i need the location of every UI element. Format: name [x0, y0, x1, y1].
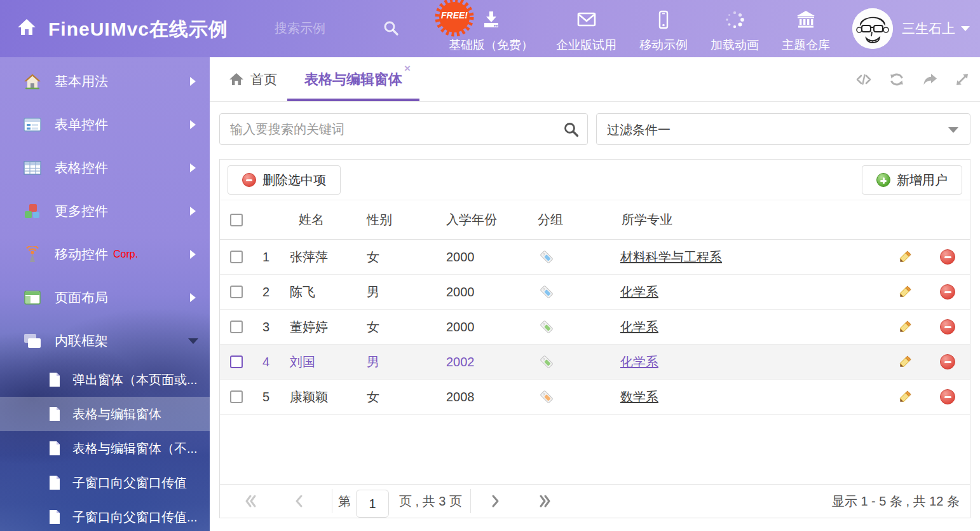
page-label-suffix: 页 , 共 3 页 [399, 485, 462, 518]
cell-gender: 男 [363, 284, 442, 301]
delete-icon[interactable] [940, 319, 955, 334]
table-row[interactable]: 2 陈飞 男 2000 化学系 [220, 275, 970, 310]
tab-grid-edit-window[interactable]: 表格与编辑窗体 × [287, 57, 419, 101]
sidebar-item-iframe[interactable]: 内联框架 [0, 319, 210, 362]
row-checkbox[interactable] [230, 286, 243, 298]
row-checkbox[interactable] [230, 321, 243, 333]
nav-enterprise-trial[interactable]: 企业版试用 [545, 0, 628, 57]
refresh-icon[interactable] [888, 72, 905, 87]
cell-name: 董婷婷 [277, 319, 363, 336]
header-search-input[interactable] [275, 21, 370, 36]
delete-icon[interactable] [940, 354, 955, 369]
delete-icon[interactable] [940, 249, 955, 265]
prev-page-button[interactable] [294, 485, 304, 518]
cell-major: 数学系 [608, 389, 884, 406]
frames-icon [23, 333, 42, 348]
sidebar-subitem-label: 表格与编辑窗体（不... [72, 440, 198, 457]
sidebar-item-page-layout[interactable]: 页面布局 [0, 276, 210, 319]
chevron-down-icon [188, 338, 198, 344]
user-caret-icon [961, 26, 970, 31]
row-checkbox[interactable] [230, 251, 243, 263]
table-row-selected[interactable]: 4 刘国 男 2002 化学系 [220, 345, 970, 380]
major-link[interactable]: 化学系 [620, 285, 658, 299]
user-grid-panel: 删除选中项 新增用户 姓名 性别 入学年份 分组 所学专业 1 张萍萍 女 20… [219, 159, 970, 518]
edit-icon[interactable] [897, 354, 913, 369]
select-all-checkbox[interactable] [230, 214, 243, 226]
sidebar-item-label: 页面布局 [55, 289, 108, 307]
nav-mobile-demo[interactable]: 移动示例 [628, 0, 699, 57]
table-row[interactable]: 1 张萍萍 女 2000 材料科学与工程系 [220, 240, 970, 275]
nav-theme-repo[interactable]: 主题仓库 [770, 0, 841, 57]
cell-year: 2000 [442, 250, 538, 265]
cell-major: 化学系 [608, 284, 884, 301]
row-index: 2 [245, 285, 277, 300]
edit-icon[interactable] [897, 249, 913, 265]
cell-major: 化学系 [608, 319, 884, 336]
filter-dropdown[interactable]: 过滤条件一 [596, 113, 970, 145]
sidebar-subitem-grid-edit-window[interactable]: 表格与编辑窗体 [0, 397, 210, 431]
nav-loading-animation[interactable]: 加载动画 [699, 0, 770, 57]
cell-name: 康颖颖 [277, 389, 363, 406]
column-header-year: 入学年份 [442, 211, 538, 228]
sidebar-item-more-controls[interactable]: 更多控件 [0, 190, 210, 233]
cell-year: 2000 [442, 285, 538, 300]
row-checkbox[interactable] [230, 355, 243, 368]
delete-icon[interactable] [940, 284, 955, 300]
user-menu[interactable]: 三生石上 [852, 0, 970, 57]
next-page-button[interactable] [491, 485, 501, 518]
major-link[interactable]: 化学系 [620, 320, 658, 334]
filter-dropdown-value: 过滤条件一 [607, 121, 670, 139]
minus-icon [242, 173, 256, 187]
major-link[interactable]: 数学系 [620, 390, 658, 404]
major-link[interactable]: 化学系 [620, 355, 658, 369]
sidebar-item-mobile-controls[interactable]: 移动控件 Corp. [0, 233, 210, 276]
cell-name: 刘国 [277, 354, 363, 371]
app-home-icon[interactable] [17, 17, 37, 40]
chevron-down-icon [948, 127, 958, 133]
header-search-icon[interactable] [383, 20, 399, 39]
page-number-input[interactable] [356, 490, 389, 518]
row-index: 4 [245, 355, 277, 369]
sidebar-subitem-label: 子窗口向父窗口传值 [72, 474, 187, 492]
table-row[interactable]: 5 康颖颖 女 2008 数学系 [220, 380, 970, 415]
tab-home[interactable]: 首页 [229, 57, 277, 101]
page-icon [47, 509, 62, 525]
row-index: 3 [245, 320, 277, 334]
bank-icon [796, 10, 816, 32]
edit-icon[interactable] [897, 284, 913, 300]
search-icon[interactable] [563, 121, 580, 141]
first-page-button[interactable] [243, 485, 257, 518]
edit-icon[interactable] [897, 319, 913, 334]
layout-icon [23, 291, 42, 305]
add-user-button[interactable]: 新增用户 [862, 165, 962, 195]
mobile-icon [653, 10, 674, 32]
tab-close-icon[interactable]: × [404, 62, 411, 75]
share-icon[interactable] [922, 72, 938, 87]
sidebar-item-form-controls[interactable]: 表单控件 [0, 103, 210, 146]
table-row[interactable]: 3 董婷婷 女 2000 化学系 [220, 310, 970, 345]
sidebar-subitem-popup-window[interactable]: 弹出窗体（本页面或... [0, 362, 210, 397]
delete-selected-button[interactable]: 删除选中项 [228, 165, 341, 195]
expand-icon[interactable] [955, 72, 970, 87]
nav-label: 主题仓库 [782, 37, 830, 53]
sidebar-subitem-child-to-parent[interactable]: 子窗口向父窗口传值 [0, 465, 210, 500]
last-page-button[interactable] [539, 485, 553, 518]
sidebar-item-label: 基本用法 [55, 72, 108, 90]
sidebar-item-grid-controls[interactable]: 表格控件 [0, 146, 210, 190]
row-checkbox[interactable] [230, 390, 243, 403]
nav-basic-free[interactable]: 基础版（免费） [437, 0, 545, 57]
delete-icon[interactable] [940, 389, 955, 404]
view-source-icon[interactable] [855, 72, 872, 87]
tag-icon [538, 284, 608, 300]
cell-major: 化学系 [608, 354, 884, 371]
keyword-search-input[interactable] [220, 114, 550, 144]
sidebar-subitem-grid-edit-window-2[interactable]: 表格与编辑窗体（不... [0, 431, 210, 465]
sidebar-item-basic-usage[interactable]: 基本用法 [0, 60, 210, 103]
house-icon [23, 73, 42, 90]
tab-tools [855, 57, 970, 101]
major-link[interactable]: 材料科学与工程系 [620, 250, 722, 264]
edit-icon[interactable] [897, 389, 913, 404]
sidebar-subitem-child-to-parent-2[interactable]: 子窗口向父窗口传值... [0, 500, 210, 531]
cell-gender: 女 [363, 319, 442, 336]
column-header-group: 分组 [538, 211, 608, 228]
